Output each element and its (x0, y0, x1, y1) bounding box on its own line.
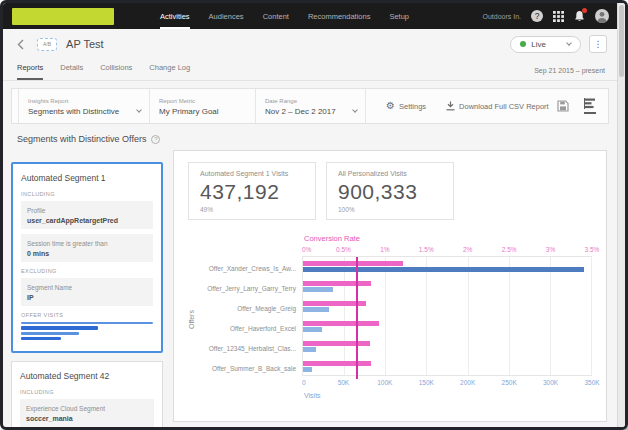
nav-item-recommendations[interactable]: Recommendations (308, 3, 371, 29)
more-options-button[interactable]: ⋮ (589, 35, 607, 53)
content: Automated Segment 1INCLUDINGProfileuser_… (3, 150, 617, 427)
criteria-label: Experience Cloud Segment (26, 405, 148, 412)
criteria-label: Profile (27, 207, 147, 214)
chart-category-label: Offer_Jerry_Larry_Garry_Terry (202, 278, 302, 298)
segment-title: Automated Segment 1 (21, 173, 153, 183)
help-icon[interactable]: ? (531, 10, 543, 22)
apps-grid-icon[interactable] (553, 11, 564, 22)
chevron-down-icon (566, 40, 572, 46)
section-help-icon[interactable]: ? (151, 135, 160, 144)
visits-bar (303, 347, 316, 352)
filter-field-label: Date Range (265, 98, 357, 104)
stat-label: All Personalized Visits (338, 170, 442, 177)
including-label: INCLUDING (21, 191, 153, 197)
nav-item-audiences[interactable]: Audiences (209, 3, 244, 29)
offer-visits-label: OFFER VISITS (21, 312, 153, 318)
chart-category-label: Offer_12345_Herbalist_Clas... (202, 338, 302, 358)
filter-bar: Insights ReportSegments with Distinctive… (11, 88, 609, 124)
download-icon (446, 101, 455, 111)
stat-value: 437,192 (200, 180, 304, 204)
segments-list: Automated Segment 1INCLUDINGProfileuser_… (11, 162, 163, 427)
gear-icon: ⚙ (386, 101, 395, 111)
stat-card: Automated Segment 1 Visits437,19249% (188, 162, 316, 220)
visits-bar (303, 327, 322, 332)
live-status-dot (520, 41, 526, 47)
criteria-box: Profileuser_cardAppRetargetPred (21, 201, 153, 229)
excluding-label: EXCLUDING (21, 268, 153, 274)
filter-field-report-metric[interactable]: Report MetricMy Primary Goal (150, 89, 256, 123)
avatar[interactable] (595, 9, 609, 23)
top-navigation-bar: ActivitiesAudiencesContentRecommendation… (3, 3, 617, 29)
top-axis-tick: 3% (546, 246, 555, 253)
criteria-box: Segment NameIP (21, 278, 153, 306)
save-icon[interactable] (557, 100, 569, 112)
nav-item-activities[interactable]: Activities (160, 3, 190, 29)
segment-card-automated-segment-1[interactable]: Automated Segment 1INCLUDINGProfileuser_… (11, 162, 163, 353)
report-panel: Automated Segment 1 Visits437,19249%All … (173, 150, 607, 422)
offer-link-line[interactable] (21, 337, 61, 340)
chart-category-label: Offer_Haverford_Excel (202, 318, 302, 338)
offer-link-line[interactable] (21, 326, 98, 330)
tab-details[interactable]: Details (60, 63, 83, 80)
nav-item-content[interactable]: Content (263, 3, 289, 29)
top-axis-tick: 2% (463, 246, 472, 253)
offers-chart: Offers Offer_Xander_Crews_Is_Aw...Offer_… (188, 234, 592, 399)
vertical-scrollbar[interactable] (617, 3, 625, 427)
criteria-box: Session time is greater than0 mins (21, 234, 153, 262)
chart-plot (302, 256, 592, 376)
nav-item-setup[interactable]: Setup (389, 3, 409, 29)
chart-top-axis: 0%0.5%1%1.5%2%2.5%3%3.5% (302, 246, 592, 256)
bottom-axis-tick: 150K (419, 379, 434, 386)
section-title-row: Segments with Distinctive Offers ? (17, 134, 617, 144)
filter-field-date-range[interactable]: Date RangeNov 2 – Dec 2 2017 (256, 89, 366, 123)
notification-badge (582, 8, 587, 13)
segment-title: Automated Segment 42 (20, 371, 154, 381)
brand-logo[interactable] (12, 8, 114, 25)
chart-bottom-axis: 050K100K150K200K250K300K350K (302, 379, 592, 389)
activity-header: A/B AP Test Live ⋮ (3, 29, 617, 59)
top-axis-tick: 1% (380, 246, 389, 253)
chart-ylabel: Offers (188, 310, 195, 329)
settings-button[interactable]: ⚙ Settings (386, 101, 426, 111)
status-dropdown[interactable]: Live (510, 36, 581, 53)
tabs: ReportsDetailsCollisionsChange Log (17, 63, 190, 80)
top-axis-tick: 0% (302, 246, 311, 253)
bar-chart-view-toggle[interactable] (584, 98, 596, 114)
stat-card: All Personalized Visits900,333100% (326, 162, 454, 220)
tab-reports[interactable]: Reports (17, 63, 43, 80)
stat-label: Automated Segment 1 Visits (200, 170, 304, 177)
page-title: AP Test (66, 38, 104, 50)
segment-card-automated-segment-42[interactable]: Automated Segment 42INCLUDINGExperience … (11, 361, 163, 427)
top-axis-tick: 1.5% (419, 246, 434, 253)
chart-grid: Offer_Xander_Crews_Is_Aw...Offer_Jerry_L… (202, 234, 592, 399)
bottom-axis-tick: 250K (502, 379, 517, 386)
download-csv-button[interactable]: Download Full CSV Report (446, 101, 549, 111)
conversion-rate-bar (303, 261, 403, 266)
bottom-axis-tick: 0 (302, 379, 306, 386)
notifications-bell-icon[interactable] (574, 10, 585, 22)
account-name: Outdoors In. (482, 13, 521, 20)
tabs-row: ReportsDetailsCollisionsChange Log Sep 2… (3, 59, 617, 81)
offer-link-line[interactable] (21, 332, 79, 335)
report-view-icons (557, 98, 596, 114)
scrollbar-thumb[interactable] (619, 5, 624, 77)
tab-change-log[interactable]: Change Log (149, 63, 190, 80)
topnav-right: Outdoors In. ? (482, 9, 609, 23)
status-label: Live (531, 40, 546, 49)
settings-label: Settings (399, 102, 426, 111)
criteria-value: user_cardAppRetargetPred (27, 217, 147, 224)
tab-collisions[interactable]: Collisions (100, 63, 132, 80)
top-axis-tick: 3.5% (585, 246, 600, 253)
top-axis-tick: 0.5% (336, 246, 351, 253)
filter-field-value: Nov 2 – Dec 2 2017 (265, 107, 336, 116)
bottom-axis-tick: 50K (338, 379, 350, 386)
activity-type-badge: A/B (37, 38, 57, 51)
chart-bar-row (303, 277, 591, 297)
back-button[interactable] (17, 39, 24, 50)
filter-field-insights-report[interactable]: Insights ReportSegments with Distinctive (18, 89, 150, 123)
criteria-box: Experience Cloud Segmentsoccer_mania (20, 399, 154, 427)
offer-link-line[interactable] (21, 322, 153, 324)
stats-row: Automated Segment 1 Visits437,19249%All … (188, 162, 592, 220)
chart-bar-row (303, 317, 591, 337)
section-title: Segments with Distinctive Offers (17, 134, 146, 144)
